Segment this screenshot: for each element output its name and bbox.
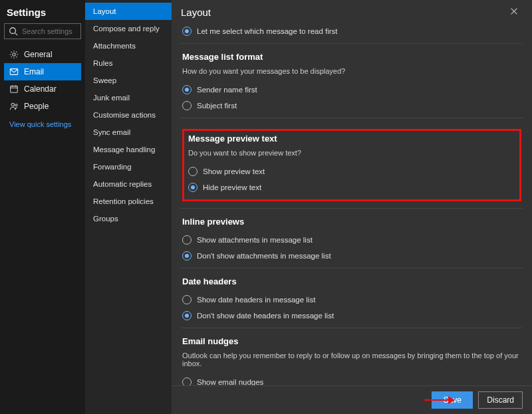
submenu-forwarding[interactable]: Forwarding <box>85 158 172 175</box>
section-title: Message preview text <box>188 134 515 144</box>
discard-button[interactable]: Discard <box>478 391 523 409</box>
radio-icon <box>182 27 192 36</box>
svg-point-2 <box>13 53 15 56</box>
radio-icon <box>182 377 192 385</box>
radio-label: Show email nudges <box>197 378 263 385</box>
radio-label: Show attachments in message list <box>197 236 313 244</box>
nav-label: Calendar <box>24 84 57 94</box>
radio-icon <box>182 295 192 304</box>
radio-label: Show date headers in message list <box>197 296 315 304</box>
highlight-box: Message preview text Do you want to show… <box>182 129 521 201</box>
footer: Save Discard <box>172 385 532 414</box>
section-title: Date headers <box>182 276 521 286</box>
section-desc: How do you want your messages to be disp… <box>182 67 521 75</box>
annotation-arrow <box>424 396 455 404</box>
close-icon <box>509 7 519 16</box>
section-top: Let me select which message to read firs… <box>181 22 523 44</box>
radio-icon <box>182 311 192 320</box>
gear-icon <box>9 50 19 59</box>
radio-icon <box>182 85 192 94</box>
radio-icon <box>182 251 192 260</box>
submenu-sweep[interactable]: Sweep <box>85 72 172 89</box>
submenu-auto-replies[interactable]: Automatic replies <box>85 175 172 193</box>
radio-show-nudges[interactable]: Show email nudges <box>182 374 521 385</box>
section-title: Email nudges <box>182 336 521 346</box>
page-title: Layout <box>181 7 211 18</box>
section-email-nudges: Email nudges Outlook can help you rememb… <box>181 328 523 385</box>
radio-sender-first[interactable]: Sender name first <box>182 82 521 98</box>
radio-show-preview[interactable]: Show preview text <box>188 163 515 179</box>
radio-hide-preview[interactable]: Hide preview text <box>188 179 515 195</box>
svg-point-0 <box>10 28 16 34</box>
nav-calendar[interactable]: Calendar <box>4 80 81 98</box>
nav-label: People <box>24 102 49 111</box>
close-button[interactable] <box>505 5 523 19</box>
main-scroll[interactable]: Let me select which message to read firs… <box>172 22 532 385</box>
radio-icon <box>182 235 192 245</box>
search-icon <box>9 27 18 36</box>
search-box[interactable] <box>4 23 81 39</box>
people-icon <box>9 102 19 111</box>
submenu-handling[interactable]: Message handling <box>85 141 172 158</box>
nav-people[interactable]: People <box>4 98 81 115</box>
svg-point-9 <box>15 104 17 106</box>
radio-label: Subject first <box>197 102 237 110</box>
main-header: Layout <box>172 0 532 22</box>
svg-rect-4 <box>11 86 18 93</box>
submenu-sync[interactable]: Sync email <box>85 124 172 141</box>
radio-label: Hide preview text <box>203 183 261 191</box>
settings-sidebar: Settings General Email Calendar People V… <box>0 0 85 414</box>
radio-label: Don't show date headers in message list <box>197 312 334 320</box>
radio-hide-date[interactable]: Don't show date headers in message list <box>182 308 521 324</box>
radio-icon <box>182 101 192 110</box>
section-title: Inline previews <box>182 217 521 227</box>
calendar-icon <box>9 84 19 94</box>
settings-main: Layout Let me select which message to re… <box>172 0 532 414</box>
section-desc: Do you want to show preview text? <box>188 149 515 157</box>
radio-hide-attach[interactable]: Don't show attachments in message list <box>182 248 521 264</box>
radio-icon <box>188 183 198 192</box>
submenu-attachments[interactable]: Attachments <box>85 37 172 54</box>
radio-icon <box>188 167 198 176</box>
nav-general[interactable]: General <box>4 46 81 63</box>
mail-icon <box>9 67 19 76</box>
svg-line-1 <box>15 33 18 36</box>
submenu-rules[interactable]: Rules <box>85 54 172 72</box>
submenu-compose[interactable]: Compose and reply <box>85 20 172 37</box>
search-input[interactable] <box>22 27 76 35</box>
view-quick-settings-link[interactable]: View quick settings <box>4 115 81 134</box>
section-title: Message list format <box>182 52 521 62</box>
radio-show-date[interactable]: Show date headers in message list <box>182 292 521 308</box>
nav-email[interactable]: Email <box>4 63 81 80</box>
radio-label: Sender name first <box>197 86 257 94</box>
svg-point-8 <box>11 103 14 106</box>
section-date-headers: Date headers Show date headers in messag… <box>181 268 523 328</box>
radio-label: Don't show attachments in message list <box>197 252 331 260</box>
submenu-retention[interactable]: Retention policies <box>85 193 172 210</box>
settings-title: Settings <box>4 5 81 23</box>
nav-label: Email <box>24 67 44 76</box>
section-inline-previews: Inline previews Show attachments in mess… <box>181 209 523 268</box>
radio-read-first[interactable]: Let me select which message to read firs… <box>182 23 521 39</box>
submenu-junk[interactable]: Junk email <box>85 89 172 106</box>
section-message-list: Message list format How do you want your… <box>181 44 523 118</box>
submenu-groups[interactable]: Groups <box>85 210 172 227</box>
submenu-layout[interactable]: Layout <box>85 3 172 20</box>
radio-label: Show preview text <box>203 167 265 175</box>
section-preview-text: Message preview text Do you want to show… <box>181 118 523 209</box>
nav-label: General <box>24 50 53 59</box>
radio-label: Let me select which message to read firs… <box>197 27 338 35</box>
submenu-customise[interactable]: Customise actions <box>85 106 172 124</box>
settings-submenu: Layout Compose and reply Attachments Rul… <box>85 0 172 414</box>
section-desc: Outlook can help you remember to reply t… <box>182 352 521 367</box>
radio-show-attach[interactable]: Show attachments in message list <box>182 232 521 248</box>
radio-subject-first[interactable]: Subject first <box>182 98 521 114</box>
